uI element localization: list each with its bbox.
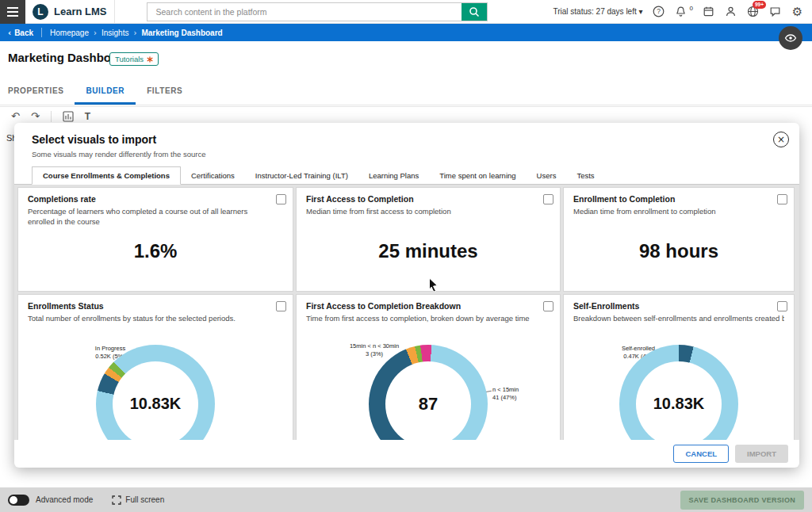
card-description: Total number of enrollments by status fo… (28, 314, 283, 324)
visual-card-enrollment-to-completion[interactable]: Enrollment to Completion Median time fro… (563, 187, 795, 292)
card-description: Median time from first access to complet… (306, 207, 550, 217)
cancel-button[interactable]: CANCEL (673, 445, 729, 463)
user-icon[interactable] (724, 5, 737, 18)
trial-status-label: Trial status: (553, 7, 593, 16)
donut-chart-first-access-breakdown: 15min < n < 30min 3 (3%) n < 15min 41 (4… (337, 345, 519, 440)
search-input[interactable] (147, 3, 462, 21)
card-description: Breakdown between self-enrollments and e… (573, 314, 784, 324)
app-logo[interactable]: L Learn LMS (25, 4, 114, 20)
modal-tab-learning-plans[interactable]: Learning Plans (358, 167, 429, 184)
metric-value: 25 minutes (297, 240, 560, 262)
gear-icon[interactable]: ⚙ (791, 5, 804, 18)
visual-card-first-access-to-completion[interactable]: First Access to Completion Median time f… (296, 187, 561, 292)
donut-ring: 87 (369, 345, 488, 440)
tab-filters[interactable]: FILTERS (136, 79, 193, 105)
donut-center-value: 87 (385, 361, 471, 440)
eye-icon (784, 32, 797, 44)
chat-icon[interactable] (768, 5, 782, 18)
advanced-mode-toggle[interactable] (8, 495, 29, 506)
global-search (147, 2, 488, 21)
breadcrumb: Homepage › Insights › Marketing Dashboar… (42, 29, 223, 37)
donut-center-value: 10.83K (113, 361, 198, 440)
caret-down-icon: ▾ (639, 7, 643, 16)
tutorials-label: Tutorials (115, 55, 144, 63)
chevron-left-icon: ‹ (8, 29, 11, 37)
bell-count: 0 (690, 5, 693, 12)
trial-days-left: 27 days left (596, 7, 637, 16)
card-checkbox[interactable] (543, 301, 553, 311)
card-title: First Access to Completion Breakdown (306, 301, 550, 311)
card-description: Median time from enrollment to completio… (573, 207, 784, 217)
full-screen-button[interactable]: Full screen (112, 495, 164, 505)
chevron-right-icon: › (94, 29, 97, 37)
top-bar: L Learn LMS Trial status: 27 days left ▾… (0, 0, 812, 24)
undo-icon[interactable]: ↶ (11, 110, 20, 122)
breadcrumb-current: Marketing Dashboard (141, 29, 222, 37)
full-screen-label: Full screen (125, 495, 164, 504)
visuals-grid: Completions rate Percentage of learners … (14, 185, 799, 440)
modal-tab-course-enrollments[interactable]: Course Enrollments & Completions (32, 166, 181, 185)
breadcrumb-insights[interactable]: Insights (102, 29, 128, 37)
redo-icon[interactable]: ↷ (31, 110, 40, 122)
calendar-icon[interactable] (702, 5, 715, 18)
search-button[interactable] (462, 3, 487, 21)
logo-text: Learn LMS (54, 6, 106, 17)
import-visuals-modal: × Select visuals to import Some visuals … (14, 123, 799, 468)
preview-eye-button[interactable] (779, 26, 802, 50)
page-tabs: PROPERTIES BUILDER FILTERS (0, 79, 812, 105)
card-title: Enrollments Status (28, 301, 283, 311)
tutorials-flower-icon (147, 56, 153, 63)
card-checkbox[interactable] (777, 301, 787, 311)
modal-tab-time-spent[interactable]: Time spent on learning (429, 167, 526, 184)
toggle-knob (10, 496, 17, 504)
topbar-right: Trial status: 27 days left ▾ ? 0 (553, 5, 812, 18)
card-checkbox[interactable] (543, 194, 553, 204)
add-text-icon[interactable]: T (85, 111, 90, 122)
close-icon[interactable]: × (773, 132, 789, 147)
modal-tab-users[interactable]: Users (527, 167, 567, 184)
donut-center-value: 10.83K (636, 361, 722, 440)
card-description: Time from first access to completion, br… (306, 314, 550, 324)
svg-text:?: ? (657, 7, 661, 15)
modal-tab-ilt[interactable]: Instructor-Led Training (ILT) (245, 167, 358, 184)
donut-chart-self-enrollments: Self-enrolled 0.47K (4%) 10.83K (588, 345, 770, 440)
modal-tab-certifications[interactable]: Certifications (181, 167, 245, 184)
tab-builder[interactable]: BUILDER (75, 79, 136, 105)
notification-badge: 99+ (753, 1, 766, 9)
save-dashboard-version-button[interactable]: SAVE DASHBOARD VERSION (680, 491, 804, 510)
topbar-divider (114, 0, 115, 23)
modal-tab-tests[interactable]: Tests (566, 167, 604, 184)
back-label: Back (14, 29, 33, 37)
chart-annotation: n < 15min 41 (47%) (492, 386, 543, 402)
card-title: First Access to Completion (306, 194, 550, 204)
card-description: Percentage of learners who completed a c… (28, 207, 283, 227)
notifications-bell-icon[interactable] (674, 5, 688, 18)
visual-card-completions-rate[interactable]: Completions rate Percentage of learners … (17, 187, 293, 292)
import-button[interactable]: IMPORT (735, 445, 788, 463)
breadcrumb-bar: ‹ Back Homepage › Insights › Marketing D… (0, 24, 812, 41)
close-x: × (777, 134, 785, 145)
visual-card-self-enrollments[interactable]: Self-Enrollments Breakdown between self-… (563, 294, 795, 440)
fullscreen-icon (112, 495, 121, 505)
metric-value: 1.6% (18, 240, 293, 262)
visual-card-enrollments-status[interactable]: Enrollments Status Total number of enrol… (17, 294, 293, 440)
back-button[interactable]: ‹ Back (0, 29, 41, 37)
modal-footer: CANCEL IMPORT (14, 440, 799, 467)
metric-value: 98 hours (564, 240, 794, 262)
toolbar-divider (51, 111, 52, 122)
tutorials-badge[interactable]: Tutorials (109, 52, 159, 66)
trial-status-dropdown[interactable]: Trial status: 27 days left ▾ (553, 7, 642, 16)
breadcrumb-homepage[interactable]: Homepage (50, 29, 89, 37)
visual-card-first-access-breakdown[interactable]: First Access to Completion Breakdown Tim… (296, 294, 561, 440)
tab-properties[interactable]: PROPERTIES (8, 79, 75, 105)
card-checkbox[interactable] (777, 194, 787, 204)
card-title: Enrollment to Completion (573, 194, 784, 204)
card-checkbox[interactable] (276, 194, 286, 204)
card-checkbox[interactable] (276, 301, 286, 311)
hamburger-menu-icon[interactable] (0, 0, 25, 24)
help-icon[interactable]: ? (652, 5, 665, 18)
search-icon (469, 6, 480, 17)
globe-icon[interactable]: 99+ (746, 5, 760, 18)
add-chart-icon[interactable] (63, 111, 74, 122)
chevron-right-icon: › (133, 29, 136, 37)
